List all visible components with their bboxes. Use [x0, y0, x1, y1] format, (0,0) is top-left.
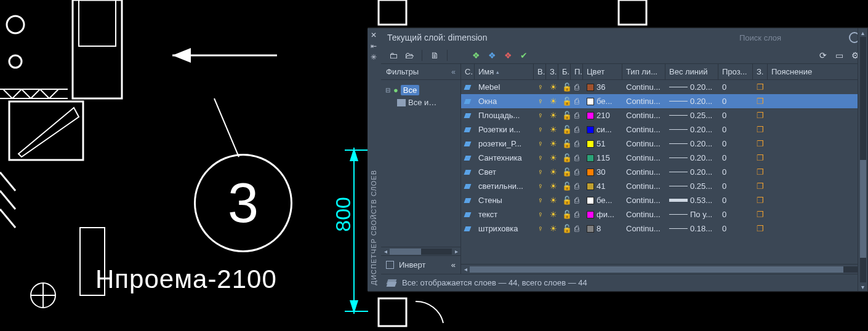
layer-color[interactable]: 30: [583, 165, 622, 179]
lock-icon[interactable]: 🔓: [562, 210, 571, 219]
table-row[interactable]: Площадь...♀☀🔓⎙210Continu...0.25...0❐: [461, 108, 867, 122]
filters-tree[interactable]: ⊟ ● Все Все и…: [381, 80, 460, 247]
table-row[interactable]: Свет♀☀🔓⎙30Continu...0.20...0❐: [461, 165, 867, 179]
filters-hscroll[interactable]: ◂▸: [381, 247, 460, 255]
col-z[interactable]: З.: [753, 64, 768, 79]
layer-lineweight[interactable]: 0.18...: [665, 221, 718, 236]
refresh-icon[interactable]: ⟳: [817, 49, 829, 62]
layer-linetype[interactable]: Continu...: [622, 221, 665, 236]
sun-icon[interactable]: ☀: [550, 181, 557, 191]
layer-color[interactable]: 41: [583, 179, 622, 193]
printer-icon[interactable]: ⎙: [574, 181, 579, 191]
close-icon[interactable]: ✕: [369, 31, 378, 39]
layer-transparency[interactable]: 0: [718, 122, 753, 137]
lightbulb-icon[interactable]: ♀: [537, 196, 544, 205]
lock-icon[interactable]: 🔓: [562, 167, 571, 177]
layer-lineweight[interactable]: 0.20...: [665, 151, 718, 165]
sun-icon[interactable]: ☀: [550, 97, 557, 106]
layer-description[interactable]: [768, 165, 867, 179]
delete-layer-icon[interactable]: ❖: [486, 49, 498, 62]
newvp-icon[interactable]: ❐: [757, 181, 764, 191]
newvp-icon[interactable]: ❐: [757, 82, 764, 92]
new-layer-state-icon[interactable]: 🗀: [387, 49, 400, 62]
table-row[interactable]: светильни...♀☀🔓⎙41Continu...0.25...0❐: [461, 179, 867, 193]
tree-root[interactable]: ⊟ ● Все: [384, 84, 458, 97]
layer-transparency[interactable]: 0: [718, 137, 753, 151]
lightbulb-icon[interactable]: ♀: [537, 111, 544, 120]
lock-icon[interactable]: 🔓: [562, 196, 571, 205]
search-input[interactable]: Поиск слоя: [738, 30, 861, 45]
layer-color[interactable]: фи...: [583, 207, 622, 221]
layer-color[interactable]: си...: [583, 122, 622, 137]
settings-icon[interactable]: ▭: [833, 49, 845, 62]
table-row[interactable]: Стены♀☀🔓⎙бе...Continu...0.53...0❐: [461, 193, 867, 207]
layer-linetype[interactable]: Continu...: [622, 151, 665, 165]
col-description[interactable]: Пояснение: [768, 64, 867, 79]
sun-icon[interactable]: ☀: [550, 167, 557, 177]
layer-linetype[interactable]: Continu...: [622, 193, 665, 207]
layer-color[interactable]: 8: [583, 221, 622, 236]
layer-transparency[interactable]: 0: [718, 80, 753, 94]
lightbulb-icon[interactable]: ♀: [537, 210, 544, 219]
layer-description[interactable]: [768, 137, 867, 151]
layer-linetype[interactable]: Continu...: [622, 80, 665, 94]
col-name[interactable]: Имя: [475, 64, 534, 79]
new-layer-icon[interactable]: 🗎: [428, 49, 441, 62]
table-row[interactable]: Розетки и...♀☀🔓⎙си...Continu...0.20...0❐: [461, 122, 867, 137]
table-row[interactable]: штриховка♀☀🔓⎙8Continu...0.18...0❐: [461, 221, 867, 236]
lock-icon[interactable]: 🔓: [562, 97, 571, 106]
sun-icon[interactable]: ☀: [550, 153, 557, 162]
newvp-icon[interactable]: ❐: [757, 125, 764, 134]
layer-linetype[interactable]: Continu...: [622, 122, 665, 137]
newvp-icon[interactable]: ❐: [757, 97, 764, 106]
layer-linetype[interactable]: Continu...: [622, 165, 665, 179]
col-linetype[interactable]: Тип ли...: [622, 64, 665, 79]
lock-icon[interactable]: 🔓: [562, 82, 571, 92]
layer-description[interactable]: [768, 108, 867, 122]
layer-color[interactable]: 36: [583, 80, 622, 94]
layer-transparency[interactable]: 0: [718, 94, 753, 108]
layer-color[interactable]: 51: [583, 137, 622, 151]
newvp-icon[interactable]: ❐: [757, 111, 764, 120]
layer-linetype[interactable]: Continu...: [622, 137, 665, 151]
table-row[interactable]: текст♀☀🔓⎙фи...Continu...По у...0❐: [461, 207, 867, 221]
sun-icon[interactable]: ☀: [550, 210, 557, 219]
lightbulb-icon[interactable]: ♀: [537, 97, 544, 106]
newvp-icon[interactable]: ❐: [757, 153, 764, 162]
sun-icon[interactable]: ☀: [550, 224, 557, 233]
panel-vscroll[interactable]: ▴ ▾: [858, 28, 867, 291]
layer-description[interactable]: [768, 122, 867, 137]
layer-lineweight[interactable]: 0.20...: [665, 80, 718, 94]
col-status[interactable]: С.: [461, 64, 475, 79]
newvp-icon[interactable]: ❐: [757, 167, 764, 177]
newvp-icon[interactable]: ❐: [757, 139, 764, 148]
layer-lineweight[interactable]: 0.20...: [665, 165, 718, 179]
sun-icon[interactable]: ☀: [550, 125, 557, 134]
printer-icon[interactable]: ⎙: [574, 210, 579, 219]
invert-checkbox[interactable]: [386, 261, 394, 269]
layer-lineweight[interactable]: 0.53...: [665, 193, 718, 207]
layer-filter-icon[interactable]: ❖: [470, 49, 482, 62]
layer-color[interactable]: 115: [583, 151, 622, 165]
collapse-invert-icon[interactable]: «: [451, 260, 456, 269]
layer-match-icon[interactable]: ✔: [518, 49, 530, 62]
newvp-icon[interactable]: ❐: [757, 224, 764, 233]
layer-lineweight[interactable]: 0.20...: [665, 94, 718, 108]
layer-lineweight[interactable]: 0.20...: [665, 137, 718, 151]
layer-transparency[interactable]: 0: [718, 165, 753, 179]
lock-icon[interactable]: 🔓: [562, 139, 571, 148]
layer-description[interactable]: [768, 94, 867, 108]
col-color[interactable]: Цвет: [583, 64, 622, 79]
tree-collapse-icon[interactable]: ⊟: [385, 87, 391, 94]
layer-description[interactable]: [768, 207, 867, 221]
grid-hscroll[interactable]: ◂▸: [461, 264, 867, 274]
collapse-filters-icon[interactable]: «: [451, 68, 456, 76]
col-plot[interactable]: П.: [571, 64, 583, 79]
layer-color[interactable]: бе...: [583, 193, 622, 207]
layer-description[interactable]: [768, 221, 867, 236]
lock-icon[interactable]: 🔓: [562, 153, 571, 162]
tree-child[interactable]: Все и…: [384, 97, 458, 108]
table-row[interactable]: розетки_Р...♀☀🔓⎙51Continu...0.20...0❐: [461, 137, 867, 151]
layer-transparency[interactable]: 0: [718, 179, 753, 193]
printer-icon[interactable]: ⎙: [574, 82, 579, 92]
